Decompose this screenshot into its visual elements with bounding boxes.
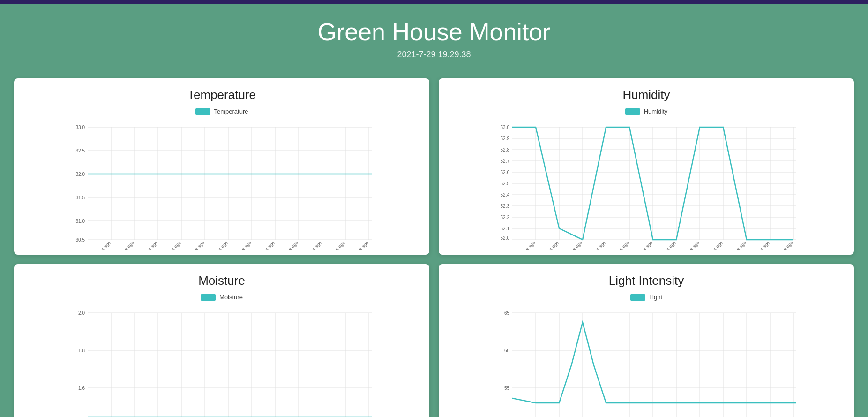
svg-text:6 months ago: 6 months ago (252, 240, 276, 250)
svg-text:31.0: 31.0 (76, 219, 85, 224)
svg-text:1.8: 1.8 (78, 348, 85, 353)
svg-text:6 months ago: 6 months ago (513, 240, 537, 250)
svg-text:52.0: 52.0 (501, 235, 510, 241)
light-svg: 65 60 55 (448, 304, 845, 417)
humidity-title: Humidity (448, 88, 845, 102)
light-legend-label: Light (649, 294, 662, 301)
svg-text:52.9: 52.9 (501, 136, 510, 141)
moisture-legend-color (201, 294, 216, 301)
humidity-svg: 53.0 52.9 52.8 52.7 52.6 52.5 52.4 52.3 … (448, 119, 845, 250)
svg-text:32.5: 32.5 (76, 148, 85, 153)
light-legend: Light (448, 294, 845, 301)
humidity-legend-color (625, 108, 640, 115)
light-legend-color (630, 294, 645, 301)
svg-text:6 months ago: 6 months ago (700, 240, 724, 250)
svg-text:6 months ago: 6 months ago (158, 240, 182, 250)
humidity-legend-label: Humidity (644, 108, 668, 115)
temperature-legend-label: Temperature (214, 108, 248, 115)
humidity-legend: Humidity (448, 108, 845, 115)
moisture-title: Moisture (23, 273, 420, 288)
svg-text:6 months ago: 6 months ago (276, 240, 299, 250)
svg-text:6 months ago: 6 months ago (229, 240, 253, 250)
svg-text:52.6: 52.6 (501, 170, 510, 175)
svg-text:60: 60 (504, 348, 510, 353)
svg-text:6 months ago: 6 months ago (747, 240, 771, 250)
svg-text:6 months ago: 6 months ago (653, 240, 677, 250)
svg-text:6 months ago: 6 months ago (677, 240, 701, 250)
svg-text:6 months ago: 6 months ago (299, 240, 323, 250)
svg-text:1.6: 1.6 (78, 386, 85, 391)
light-title: Light Intensity (448, 273, 845, 288)
humidity-card: Humidity Humidity 53.0 52.9 52.8 52.7 52… (439, 78, 854, 255)
temperature-legend-color (195, 108, 210, 115)
page-title: Green House Monitor (9, 18, 859, 46)
svg-text:52.2: 52.2 (501, 215, 510, 220)
light-card: Light Intensity Light 65 60 55 (439, 264, 854, 417)
svg-text:55: 55 (504, 386, 510, 391)
svg-text:52.7: 52.7 (501, 159, 510, 164)
svg-text:53.0: 53.0 (501, 125, 510, 130)
svg-text:6 months ago: 6 months ago (135, 240, 159, 250)
moisture-legend: Moisture (23, 294, 420, 301)
svg-text:52.8: 52.8 (501, 147, 510, 152)
svg-text:32.0: 32.0 (76, 172, 85, 177)
svg-text:6 months ago: 6 months ago (112, 240, 135, 250)
svg-text:6 months ago: 6 months ago (88, 240, 112, 250)
svg-text:6 months ago: 6 months ago (346, 240, 370, 250)
dashboard-grid: Temperature Temperature 33.0 32.5 32.0 3… (0, 69, 868, 417)
humidity-chart-area: 53.0 52.9 52.8 52.7 52.6 52.5 52.4 52.3 … (448, 119, 845, 250)
moisture-chart-area: 2.0 1.8 1.6 (23, 304, 420, 417)
temperature-svg: 33.0 32.5 32.0 31.5 31.0 30.5 (23, 119, 420, 250)
svg-text:52.3: 52.3 (501, 204, 510, 209)
temperature-card: Temperature Temperature 33.0 32.5 32.0 3… (14, 78, 429, 255)
svg-text:30.5: 30.5 (76, 237, 85, 243)
light-chart-area: 65 60 55 (448, 304, 845, 417)
svg-text:6 months ago: 6 months ago (606, 240, 630, 250)
svg-text:52.4: 52.4 (501, 192, 510, 197)
moisture-card: Moisture Moisture 2.0 1.8 1.6 (14, 264, 429, 417)
svg-text:6 months ago: 6 months ago (560, 240, 584, 250)
svg-text:6 months ago: 6 months ago (724, 240, 748, 250)
temperature-title: Temperature (23, 88, 420, 102)
svg-text:52.5: 52.5 (501, 181, 510, 186)
svg-text:6 months ago: 6 months ago (583, 240, 607, 250)
svg-text:6 months ago: 6 months ago (771, 240, 794, 250)
svg-text:6 months ago: 6 months ago (182, 240, 206, 250)
temperature-legend: Temperature (23, 108, 420, 115)
temperature-chart-area: 33.0 32.5 32.0 31.5 31.0 30.5 (23, 119, 420, 250)
svg-text:6 months ago: 6 months ago (536, 240, 560, 250)
svg-text:31.5: 31.5 (76, 195, 85, 200)
svg-text:52.1: 52.1 (501, 226, 510, 231)
svg-text:33.0: 33.0 (76, 125, 85, 130)
svg-text:6 months ago: 6 months ago (630, 240, 654, 250)
top-bar (0, 0, 868, 4)
svg-text:2.0: 2.0 (78, 311, 85, 316)
timestamp: 2021-7-29 19:29:38 (9, 50, 859, 60)
moisture-svg: 2.0 1.8 1.6 (23, 304, 420, 417)
svg-text:65: 65 (504, 311, 510, 316)
header: Green House Monitor 2021-7-29 19:29:38 (0, 4, 868, 69)
svg-text:6 months ago: 6 months ago (205, 240, 229, 250)
svg-text:6 months ago: 6 months ago (322, 240, 346, 250)
moisture-legend-label: Moisture (219, 294, 243, 301)
